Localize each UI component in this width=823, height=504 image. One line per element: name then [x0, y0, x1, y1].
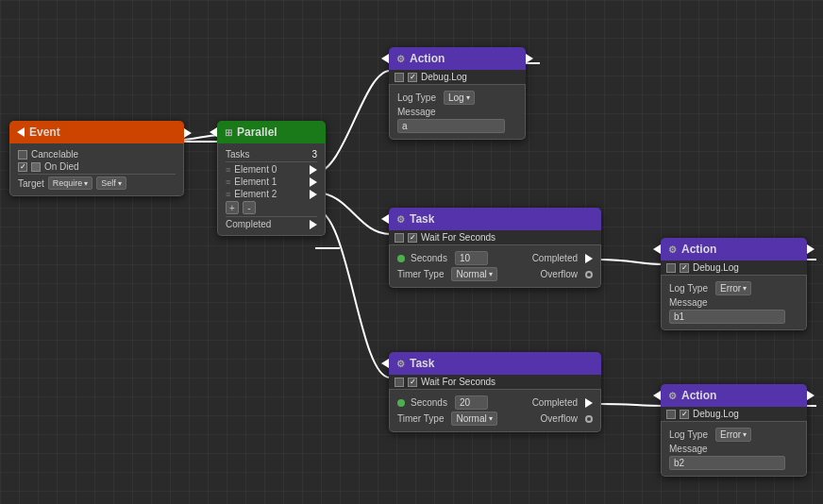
action-top-node: ⚙ Action Debug.Log Log Type Log Message: [389, 47, 526, 140]
action-bot-left-pin[interactable]: [653, 391, 661, 400]
element0-icon: ≡: [226, 165, 230, 175]
task1-completed-pin[interactable]: [585, 254, 593, 263]
action-top-logtype-dropdown[interactable]: Log: [444, 91, 475, 105]
task2-overflow-pin[interactable]: [585, 415, 593, 423]
add-remove-row: + -: [226, 201, 317, 214]
task2-subheader: Wait For Seconds: [389, 375, 601, 390]
task1-header: ⚙ Task: [389, 208, 601, 230]
completed-pin[interactable]: [310, 220, 317, 229]
element2-pin-right[interactable]: [310, 190, 317, 199]
on-died-icon: [31, 162, 41, 172]
action-mid-header: ⚙ Action: [661, 238, 807, 260]
action-top-right-pin[interactable]: [526, 54, 533, 63]
action-mid-node: ⚙ Action Debug.Log Log Type Error Messag…: [661, 238, 807, 330]
action-top-header: ⚙ Action: [389, 47, 526, 70]
task2-cb2[interactable]: [408, 378, 417, 387]
task1-overflow-pin[interactable]: [585, 271, 593, 278]
add-element-button[interactable]: +: [226, 201, 239, 214]
element0-label: Element 0: [234, 164, 277, 175]
action-top-cb1[interactable]: [395, 73, 404, 82]
action-mid-debug-log: Debug.Log: [693, 262, 739, 273]
task2-timertype-dropdown[interactable]: Normal: [451, 412, 496, 426]
action-bot-debug-log: Debug.Log: [693, 409, 739, 419]
tasks-row: Tasks 3: [226, 149, 317, 160]
task2-completed-pin[interactable]: [585, 398, 593, 408]
exec-pin-right[interactable]: [184, 128, 192, 138]
action-bot-logtype-label: Log Type: [669, 429, 708, 440]
action-top-icon: ⚙: [396, 54, 405, 64]
action-mid-logtype-label: Log Type: [669, 283, 708, 294]
action-mid-message-input[interactable]: [669, 310, 785, 324]
action-mid-cb1[interactable]: [666, 263, 676, 273]
task1-cb1[interactable]: [395, 233, 404, 243]
action-bot-message-value-row: [669, 456, 798, 470]
action-top-message-input[interactable]: [397, 119, 505, 133]
action-mid-body: Log Type Error Message: [661, 276, 807, 330]
task2-left-pin[interactable]: [381, 359, 389, 368]
element2-label: Element 2: [234, 189, 277, 199]
on-died-row: On Died: [18, 161, 176, 172]
action-bot-node: ⚙ Action Debug.Log Log Type Error Messag…: [661, 384, 807, 477]
action-mid-title: Action: [681, 243, 716, 256]
task2-title: Task: [410, 357, 434, 370]
task1-timertype-dropdown[interactable]: Normal: [451, 267, 496, 281]
task2-overflow-label: Overflow: [541, 413, 578, 424]
action-bot-cb2[interactable]: [680, 410, 689, 419]
element1-row: ≡ Element 1: [226, 176, 317, 187]
parallel-body: Tasks 3 ≡ Element 0 ≡ Element 1 ≡ Elemen…: [217, 143, 326, 236]
action-bot-message-input[interactable]: [669, 456, 785, 470]
action-top-logtype-row: Log Type Log: [397, 91, 517, 105]
action-bot-logtype-dropdown[interactable]: Error: [715, 428, 751, 442]
action-bot-body: Log Type Error Message: [661, 422, 807, 477]
action-mid-logtype-row: Log Type Error: [669, 281, 798, 295]
task2-seconds-label: Seconds: [411, 397, 447, 408]
action-mid-cb2[interactable]: [680, 263, 689, 273]
action-bot-logtype-row: Log Type Error: [669, 428, 798, 442]
parallel-node: ⊞ Parallel Tasks 3 ≡ Element 0 ≡ Element…: [217, 121, 326, 236]
task1-left-pin[interactable]: [381, 214, 389, 224]
task1-seconds-row: Seconds Completed: [397, 251, 593, 265]
task1-wait-label: Wait For Seconds: [421, 232, 495, 243]
cancelable-checkbox[interactable]: [18, 150, 27, 160]
action-mid-left-pin[interactable]: [653, 244, 661, 254]
task1-timertype-row: Timer Type Normal Overflow: [397, 267, 593, 281]
task1-seconds-label: Seconds: [411, 253, 447, 263]
require-dropdown[interactable]: Require: [48, 176, 93, 190]
task1-title: Task: [410, 212, 434, 226]
completed-label: Completed: [226, 219, 271, 229]
action-bot-cb1[interactable]: [666, 410, 676, 419]
task1-completed-label: Completed: [532, 253, 578, 263]
completed-row: Completed: [226, 219, 317, 229]
action-top-left-pin[interactable]: [381, 54, 389, 63]
action-bot-message-label: Message: [669, 444, 708, 454]
action-mid-logtype-dropdown[interactable]: Error: [715, 281, 751, 295]
event-node-body: Cancelable On Died Target Require Self: [9, 143, 184, 196]
action-mid-message-label: Message: [669, 297, 708, 308]
parallel-left-pin[interactable]: [210, 127, 217, 137]
tasks-label: Tasks: [226, 149, 250, 160]
exec-pin-left[interactable]: [17, 127, 25, 137]
task1-seconds-pin[interactable]: [397, 255, 405, 262]
element0-pin-right[interactable]: [310, 165, 317, 175]
task2-node: ⚙ Task Wait For Seconds Seconds Complete…: [389, 352, 601, 432]
remove-element-button[interactable]: -: [243, 201, 256, 214]
task1-seconds-input[interactable]: [455, 251, 488, 265]
task2-seconds-row: Seconds Completed: [397, 395, 593, 410]
action-top-cb2[interactable]: [408, 73, 417, 82]
task1-cb2[interactable]: [408, 233, 417, 243]
element1-pin-right[interactable]: [310, 177, 317, 187]
task2-cb1[interactable]: [395, 378, 404, 387]
action-bot-right-pin[interactable]: [807, 391, 815, 400]
action-mid-right-pin[interactable]: [807, 244, 815, 254]
on-died-label: On Died: [44, 161, 79, 172]
task2-seconds-pin[interactable]: [397, 399, 405, 407]
task2-seconds-input[interactable]: [455, 395, 488, 410]
action-mid-subheader: Debug.Log: [661, 260, 807, 276]
action-top-message-value-row: [397, 119, 517, 133]
action-mid-message-value-row: [669, 310, 798, 324]
on-died-checkbox[interactable]: [18, 162, 27, 172]
self-dropdown[interactable]: Self: [96, 176, 126, 190]
task2-completed-label: Completed: [532, 397, 578, 408]
task1-overflow-label: Overflow: [541, 269, 578, 279]
action-top-logtype-label: Log Type: [397, 92, 436, 103]
